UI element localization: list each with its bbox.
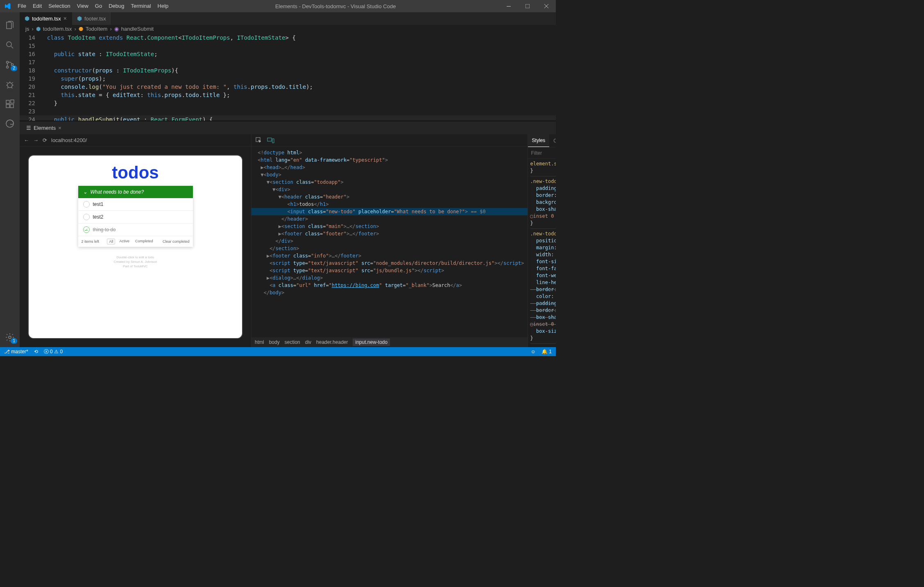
dom-node[interactable]: ▶<footer class="footer">…</footer> — [251, 230, 528, 237]
dom-node[interactable]: ▼<section class="todoapp"> — [251, 178, 528, 186]
breadcrumb[interactable]: js › ⬢ todoItem.tsx › ⬣ TodoItem › ◉ han… — [20, 25, 556, 33]
dom-node[interactable]: <a class="url" href="https://bing.com" t… — [251, 282, 528, 289]
back-button[interactable]: ← — [24, 137, 29, 143]
dom-toolbar — [251, 134, 528, 147]
todo-item[interactable]: test2 — [78, 211, 193, 224]
device-icon[interactable] — [267, 138, 274, 143]
sync-icon[interactable]: ⟲ — [34, 349, 38, 354]
dom-node[interactable]: <h1>todos</h1> — [251, 201, 528, 208]
dom-node[interactable]: <html lang="en" data-framework="typescri… — [251, 156, 528, 164]
styles-tab-computed[interactable]: Computed — [549, 134, 556, 147]
code-content[interactable]: class TodoItem extends React.Component<I… — [40, 33, 556, 121]
menu-edit[interactable]: Edit — [29, 0, 45, 12]
preview-pane: ← → ⟳ localhost:4200/ todos ⌄ — [20, 134, 251, 347]
todo-checkbox[interactable]: ✓ — [83, 226, 90, 233]
crumb-header.header[interactable]: header.header — [316, 339, 348, 345]
forward-button[interactable]: → — [33, 137, 38, 143]
method-icon: ◉ — [114, 26, 119, 32]
crumb-div[interactable]: div — [305, 339, 311, 345]
dom-node[interactable]: <script type="text/javascript" src="js/b… — [251, 267, 528, 274]
todo-item[interactable]: test1 — [78, 198, 193, 211]
dom-node[interactable]: ▶<head>…</head> — [251, 164, 528, 171]
filter-completed[interactable]: Completed — [134, 239, 155, 244]
svg-rect-10 — [11, 100, 14, 103]
source-control-icon[interactable]: 2 — [0, 55, 20, 75]
close-button[interactable] — [537, 0, 556, 12]
feedback-icon[interactable]: ☺ — [531, 349, 536, 354]
titlebar: FileEditSelectionViewGoDebugTerminalHelp… — [0, 0, 556, 12]
close-icon[interactable]: × — [58, 125, 61, 131]
crumb-body[interactable]: body — [269, 339, 280, 345]
dom-node[interactable]: ▼<div> — [251, 186, 528, 193]
menu-help[interactable]: Help — [154, 0, 172, 12]
menu-view[interactable]: View — [74, 0, 92, 12]
class-icon: ⬣ — [79, 26, 83, 32]
notifications-icon[interactable]: 🔔 1 — [541, 349, 552, 354]
dom-node[interactable]: </body> — [251, 289, 528, 296]
settings-badge: 1 — [11, 338, 17, 344]
dom-node[interactable]: ▶<dialog>…</dialog> — [251, 274, 528, 282]
maximize-button[interactable] — [518, 0, 537, 12]
todo-footer: 2 items left AllActiveCompleted Clear co… — [78, 236, 193, 247]
styles-rules[interactable]: element.style {}.new-todo {index.scss:10… — [528, 159, 556, 347]
branch-indicator[interactable]: ⎇ master* — [4, 349, 28, 354]
menu-terminal[interactable]: Terminal — [127, 0, 154, 12]
filter-all[interactable]: All — [107, 239, 115, 244]
panel-tab-elements[interactable]: ☰ Elements × — [23, 121, 65, 134]
code-editor[interactable]: 14 15 16 17 18 19 20 21 22 23 24 25 clas… — [20, 33, 556, 121]
extensions-icon[interactable] — [0, 94, 20, 114]
search-icon[interactable] — [0, 35, 20, 55]
menu-go[interactable]: Go — [92, 0, 105, 12]
inspect-icon[interactable] — [256, 137, 262, 144]
close-icon[interactable]: × — [63, 15, 67, 22]
tab-footer.tsx[interactable]: ⬢footer.tsx — [72, 12, 111, 25]
menu-debug[interactable]: Debug — [105, 0, 127, 12]
dom-node[interactable]: ▶<footer class="info">…</footer> — [251, 252, 528, 260]
dom-node[interactable]: ▼<body> — [251, 171, 528, 178]
svg-rect-14 — [267, 138, 272, 141]
breadcrumb-folder: js — [25, 26, 29, 32]
reload-button[interactable]: ⟳ — [43, 137, 47, 143]
todo-checkbox[interactable] — [83, 214, 90, 220]
dom-tree[interactable]: <!doctype html> <html lang="en" data-fra… — [251, 147, 528, 337]
svg-rect-1 — [525, 4, 530, 8]
debug-icon[interactable] — [0, 75, 20, 94]
menubar: FileEditSelectionViewGoDebugTerminalHelp — [14, 0, 172, 12]
chevron-down-icon[interactable]: ⌄ — [83, 189, 87, 195]
settings-gear-icon[interactable]: 1 — [0, 327, 20, 347]
editor-tabs: ⬢todoItem.tsx×⬢footer.tsx⋯ — [20, 12, 556, 25]
explorer-icon[interactable] — [0, 16, 20, 35]
problems-indicator[interactable]: ⓧ 0 ⚠ 0 — [44, 348, 63, 355]
dom-node[interactable]: <script type="text/javascript" src="node… — [251, 260, 528, 267]
chevron-right-icon: › — [75, 26, 76, 32]
svg-point-3 — [7, 61, 9, 63]
todo-item[interactable]: ✓thing to do — [78, 224, 193, 236]
styles-tab-styles[interactable]: Styles — [528, 134, 550, 147]
dom-node[interactable]: <input class="new-todo" placeholder="Wha… — [251, 208, 528, 215]
todo-text: thing to do — [93, 227, 116, 233]
url-text[interactable]: localhost:4200/ — [51, 137, 87, 143]
react-file-icon: ⬢ — [25, 15, 29, 22]
styles-pane: StylesComputedEvent Listeners» :hov .cls… — [528, 134, 556, 347]
tab-todoItem.tsx[interactable]: ⬢todoItem.tsx× — [20, 12, 72, 25]
menu-file[interactable]: File — [14, 0, 29, 12]
todo-checkbox[interactable] — [83, 201, 90, 208]
clear-completed[interactable]: Clear completed — [163, 239, 190, 244]
styles-filter-input[interactable] — [531, 150, 556, 156]
dom-node[interactable]: ▼<header class="header"> — [251, 193, 528, 201]
svg-rect-8 — [6, 104, 9, 108]
crumb-section[interactable]: section — [285, 339, 300, 345]
menu-selection[interactable]: Selection — [45, 0, 73, 12]
dom-breadcrumbs[interactable]: htmlbodysectiondivheader.headerinput.new… — [251, 337, 528, 347]
dom-node[interactable]: ▶<section class="main">…</section> — [251, 223, 528, 230]
todo-input[interactable]: ⌄ What needs to be done? — [78, 186, 193, 198]
dom-node[interactable]: <!doctype html> — [251, 149, 528, 156]
edge-icon[interactable] — [0, 114, 20, 133]
dom-node[interactable]: </header> — [251, 215, 528, 223]
filter-active[interactable]: Active — [118, 239, 131, 244]
crumb-html[interactable]: html — [255, 339, 264, 345]
dom-node[interactable]: </section> — [251, 245, 528, 252]
crumb-input.new-todo[interactable]: input.new-todo — [353, 339, 390, 346]
minimize-button[interactable] — [499, 0, 518, 12]
dom-node[interactable]: </div> — [251, 237, 528, 245]
